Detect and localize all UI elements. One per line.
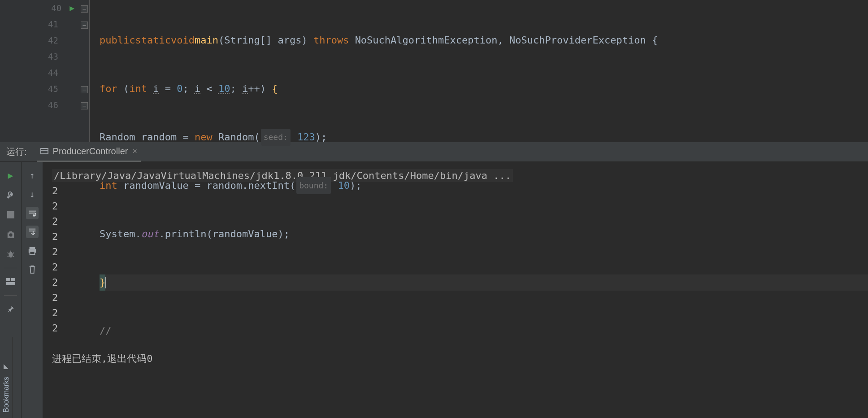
- svg-rect-4: [11, 278, 15, 281]
- bookmark-icon: ◣: [4, 361, 9, 370]
- gutter: 40▶ 41 42 43 44 45 46: [0, 0, 79, 142]
- down-arrow-icon[interactable]: ↓: [26, 188, 39, 200]
- code-line[interactable]: System.out.println(randomValue);: [100, 226, 868, 242]
- run-panel-title: 运行:: [6, 146, 27, 158]
- line-number: 45: [46, 81, 58, 97]
- pin-icon[interactable]: [4, 303, 17, 315]
- line-number: 40: [49, 0, 61, 16]
- svg-rect-3: [6, 278, 10, 281]
- bookmarks-label: Bookmarks: [2, 377, 10, 413]
- svg-rect-6: [29, 247, 35, 249]
- code-line-current[interactable]: }: [100, 274, 868, 291]
- svg-rect-0: [7, 211, 14, 218]
- gutter-row[interactable]: 44: [13, 65, 79, 81]
- camera-icon[interactable]: [4, 228, 17, 241]
- fold-marker-icon[interactable]: −: [81, 102, 88, 109]
- print-icon[interactable]: [26, 244, 39, 257]
- line-number: 41: [46, 16, 58, 32]
- hint-bound: bound:: [296, 177, 331, 194]
- text-cursor: [105, 277, 106, 288]
- run-toolbar-right: ↑ ↓: [22, 162, 43, 418]
- line-number: 43: [46, 48, 58, 65]
- run-line-icon[interactable]: ▶: [69, 0, 74, 16]
- fold-marker-icon[interactable]: −: [81, 86, 88, 93]
- gutter-row[interactable]: 45: [13, 81, 79, 97]
- layout-icon[interactable]: [4, 275, 17, 288]
- trash-icon[interactable]: [26, 263, 39, 276]
- gutter-row[interactable]: 42: [13, 32, 79, 48]
- line-number: 46: [46, 97, 58, 113]
- fold-marker-icon[interactable]: −: [81, 5, 88, 13]
- gutter-row[interactable]: 41: [13, 16, 79, 32]
- svg-rect-5: [6, 282, 15, 285]
- wrench-icon[interactable]: [4, 189, 17, 201]
- line-number: 42: [46, 32, 58, 48]
- code-line[interactable]: public static void main(String[] args) t…: [100, 32, 868, 48]
- fold-marker-icon[interactable]: −: [81, 22, 88, 29]
- scroll-end-icon[interactable]: [26, 226, 39, 238]
- svg-point-1: [9, 233, 12, 236]
- stop-icon[interactable]: [4, 209, 17, 221]
- line-number: 44: [46, 65, 58, 81]
- code-line[interactable]: for (int i = 0; i < 10; i++) {: [100, 81, 868, 97]
- bookmarks-tool-tab[interactable]: ◣ Bookmarks: [0, 337, 13, 418]
- fold-column: − − − −: [79, 0, 90, 142]
- code-line[interactable]: //: [100, 323, 868, 339]
- bug-icon[interactable]: [4, 248, 17, 261]
- svg-point-2: [9, 252, 13, 258]
- window-icon: [40, 148, 48, 154]
- rerun-icon[interactable]: ▶: [4, 169, 17, 182]
- code-line[interactable]: Random random = new Random( seed: 123);: [100, 129, 868, 145]
- gutter-row[interactable]: 40▶: [13, 0, 79, 16]
- editor-pane: 40▶ 41 42 43 44 45 46 − − − − public sta…: [0, 0, 868, 142]
- up-arrow-icon[interactable]: ↑: [26, 169, 39, 182]
- svg-rect-8: [30, 252, 35, 254]
- code-editor[interactable]: public static void main(String[] args) t…: [90, 0, 868, 142]
- gutter-row[interactable]: 46: [13, 97, 79, 113]
- softwrap-icon[interactable]: [26, 207, 39, 219]
- gutter-row[interactable]: 43: [13, 48, 79, 65]
- code-line[interactable]: int randomValue = random.nextInt( bound:…: [100, 178, 868, 194]
- hint-seed: seed:: [261, 129, 291, 146]
